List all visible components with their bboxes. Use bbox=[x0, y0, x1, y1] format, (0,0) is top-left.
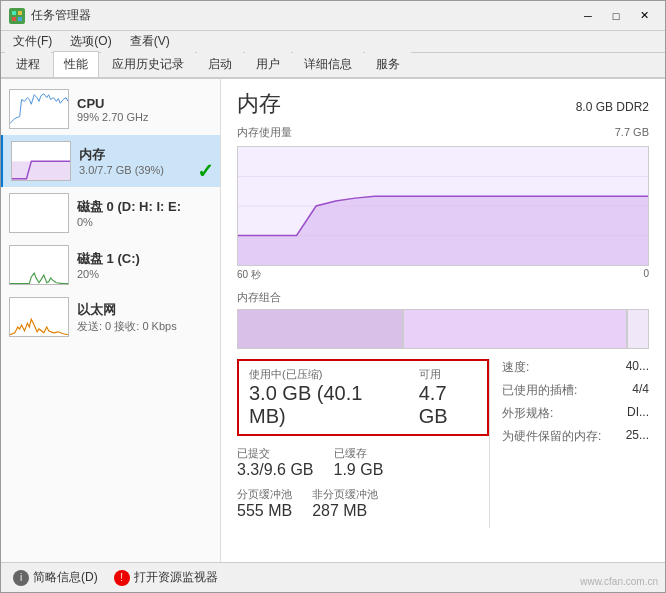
slots-label: 已使用的插槽: bbox=[502, 382, 577, 399]
summary-icon: i bbox=[13, 570, 29, 586]
composition-chart bbox=[237, 309, 649, 349]
available-stat: 可用 4.7 GB bbox=[419, 367, 477, 428]
form-label: 外形规格: bbox=[502, 405, 553, 422]
alert-icon: ! bbox=[114, 570, 130, 586]
committed-label: 已提交 bbox=[237, 446, 314, 461]
title-bar: 任务管理器 ─ □ ✕ bbox=[1, 1, 665, 31]
tab-startup[interactable]: 启动 bbox=[197, 51, 243, 77]
reserved-label: 为硬件保留的内存: bbox=[502, 428, 601, 445]
svg-rect-3 bbox=[18, 17, 22, 21]
nonpaged-pool-value: 287 MB bbox=[312, 502, 378, 520]
stats-container: 使用中(已压缩) 3.0 GB (40.1 MB) 可用 4.7 GB bbox=[237, 359, 649, 528]
svg-rect-4 bbox=[12, 161, 70, 180]
time-label-left: 60 秒 bbox=[237, 268, 261, 282]
menu-bar: 文件(F) 选项(O) 查看(V) bbox=[1, 31, 665, 53]
cached-stat: 已缓存 1.9 GB bbox=[334, 446, 384, 479]
disk1-sublabel: 20% bbox=[77, 268, 140, 280]
cpu-sublabel: 99% 2.70 GHz bbox=[77, 111, 149, 123]
detail-title: 内存 bbox=[237, 89, 281, 119]
stat-row-pool: 分页缓冲池 555 MB 非分页缓冲池 287 MB bbox=[237, 487, 489, 520]
minimize-button[interactable]: ─ bbox=[575, 6, 601, 26]
composition-used bbox=[238, 310, 402, 348]
sidebar-item-disk1[interactable]: 磁盘 1 (C:) 20% bbox=[1, 239, 220, 291]
summary-label: 简略信息(D) bbox=[33, 569, 98, 586]
committed-stat: 已提交 3.3/9.6 GB bbox=[237, 446, 314, 479]
disk1-graph bbox=[9, 245, 69, 285]
memory-graph bbox=[11, 141, 71, 181]
disk1-label: 磁盘 1 (C:) bbox=[77, 250, 140, 268]
close-button[interactable]: ✕ bbox=[631, 6, 657, 26]
detail-spec: 8.0 GB DDR2 bbox=[576, 100, 649, 114]
detail-panel: 内存 8.0 GB DDR2 内存使用量 7.7 GB bbox=[221, 79, 665, 562]
svg-rect-0 bbox=[12, 11, 16, 15]
tab-details[interactable]: 详细信息 bbox=[293, 51, 363, 77]
chart-label: 内存使用量 bbox=[237, 125, 292, 140]
form-value: DI... bbox=[627, 405, 649, 422]
ethernet-info: 以太网 发送: 0 接收: 0 Kbps bbox=[77, 301, 177, 334]
tab-process[interactable]: 进程 bbox=[5, 51, 51, 77]
speed-value: 40... bbox=[626, 359, 649, 376]
cpu-graph bbox=[9, 89, 69, 129]
menu-file[interactable]: 文件(F) bbox=[5, 31, 60, 52]
watermark: www.cfan.com.cn bbox=[580, 576, 658, 587]
stats-left: 使用中(已压缩) 3.0 GB (40.1 MB) 可用 4.7 GB bbox=[237, 359, 489, 528]
tab-bar: 进程 性能 应用历史记录 启动 用户 详细信息 服务 bbox=[1, 53, 665, 79]
ethernet-label: 以太网 bbox=[77, 301, 177, 319]
cached-label: 已缓存 bbox=[334, 446, 384, 461]
menu-options[interactable]: 选项(O) bbox=[62, 31, 119, 52]
chart-time-labels: 60 秒 0 bbox=[237, 268, 649, 282]
right-stat-form: 外形规格: DI... bbox=[502, 405, 649, 422]
memory-label: 内存 bbox=[79, 146, 164, 164]
nonpaged-pool-label: 非分页缓冲池 bbox=[312, 487, 378, 502]
in-use-label: 使用中(已压缩) bbox=[249, 367, 395, 382]
disk1-info: 磁盘 1 (C:) 20% bbox=[77, 250, 140, 280]
resource-monitor-button[interactable]: ! 打开资源监视器 bbox=[114, 569, 218, 586]
available-label: 可用 bbox=[419, 367, 477, 382]
paged-pool-label: 分页缓冲池 bbox=[237, 487, 292, 502]
summary-button[interactable]: i 简略信息(D) bbox=[13, 569, 98, 586]
disk0-graph bbox=[9, 193, 69, 233]
chart-value: 7.7 GB bbox=[615, 126, 649, 138]
window-title: 任务管理器 bbox=[31, 7, 575, 24]
composition-available bbox=[404, 310, 626, 348]
ethernet-sublabel: 发送: 0 接收: 0 Kbps bbox=[77, 319, 177, 334]
cpu-label: CPU bbox=[77, 96, 149, 111]
in-use-value: 3.0 GB (40.1 MB) bbox=[249, 382, 395, 428]
main-content: CPU 99% 2.70 GHz 内存 3.0/7.7 GB (39%) ✓ bbox=[1, 79, 665, 562]
svg-rect-2 bbox=[12, 17, 16, 21]
task-manager-window: 任务管理器 ─ □ ✕ 文件(F) 选项(O) 查看(V) 进程 性能 应用历史… bbox=[0, 0, 666, 593]
committed-value: 3.3/9.6 GB bbox=[237, 461, 314, 479]
memory-info: 内存 3.0/7.7 GB (39%) bbox=[79, 146, 164, 176]
menu-view[interactable]: 查看(V) bbox=[122, 31, 178, 52]
sidebar-item-disk0[interactable]: 磁盘 0 (D: H: I: E: 0% bbox=[1, 187, 220, 239]
sidebar-item-ethernet[interactable]: 以太网 发送: 0 接收: 0 Kbps bbox=[1, 291, 220, 343]
monitor-label: 打开资源监视器 bbox=[134, 569, 218, 586]
available-value: 4.7 GB bbox=[419, 382, 477, 428]
tab-services[interactable]: 服务 bbox=[365, 51, 411, 77]
disk0-info: 磁盘 0 (D: H: I: E: 0% bbox=[77, 198, 181, 228]
stats-right: 速度: 40... 已使用的插槽: 4/4 外形规格: DI... 为硬件保留的… bbox=[489, 359, 649, 528]
maximize-button[interactable]: □ bbox=[603, 6, 629, 26]
app-icon bbox=[9, 8, 25, 24]
speed-label: 速度: bbox=[502, 359, 529, 376]
paged-pool-value: 555 MB bbox=[237, 502, 292, 520]
sidebar-item-cpu[interactable]: CPU 99% 2.70 GHz bbox=[1, 83, 220, 135]
svg-rect-1 bbox=[18, 11, 22, 15]
checkmark-icon: ✓ bbox=[197, 159, 214, 183]
sidebar-item-memory[interactable]: 内存 3.0/7.7 GB (39%) ✓ bbox=[1, 135, 220, 187]
in-use-stat: 使用中(已压缩) 3.0 GB (40.1 MB) bbox=[249, 367, 395, 428]
highlight-box: 使用中(已压缩) 3.0 GB (40.1 MB) 可用 4.7 GB bbox=[237, 359, 489, 436]
nonpaged-pool-stat: 非分页缓冲池 287 MB bbox=[312, 487, 378, 520]
stat-row-committed: 已提交 3.3/9.6 GB 已缓存 1.9 GB bbox=[237, 446, 489, 479]
disk0-sublabel: 0% bbox=[77, 216, 181, 228]
memory-usage-chart bbox=[237, 146, 649, 266]
paged-pool-stat: 分页缓冲池 555 MB bbox=[237, 487, 292, 520]
tab-users[interactable]: 用户 bbox=[245, 51, 291, 77]
tab-performance[interactable]: 性能 bbox=[53, 51, 99, 77]
sidebar: CPU 99% 2.70 GHz 内存 3.0/7.7 GB (39%) ✓ bbox=[1, 79, 221, 562]
reserved-value: 25... bbox=[626, 428, 649, 445]
tab-app-history[interactable]: 应用历史记录 bbox=[101, 51, 195, 77]
slots-value: 4/4 bbox=[632, 382, 649, 399]
right-stat-reserved: 为硬件保留的内存: 25... bbox=[502, 428, 649, 445]
network-graph bbox=[9, 297, 69, 337]
